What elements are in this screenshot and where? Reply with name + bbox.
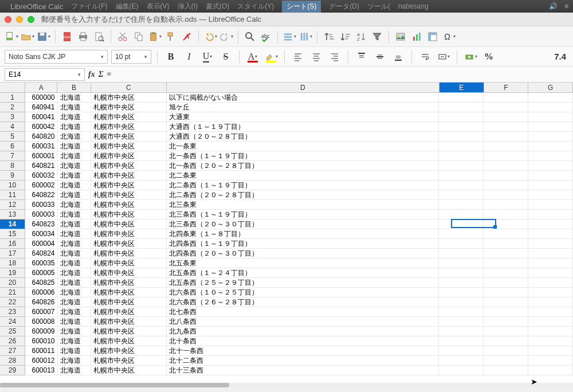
- cell[interactable]: 北海道: [58, 249, 91, 258]
- cell[interactable]: [484, 346, 528, 356]
- undo-button[interactable]: ▾: [203, 30, 217, 44]
- zoom-button[interactable]: [28, 16, 34, 23]
- font-color-button[interactable]: A▾: [245, 50, 260, 64]
- row-header[interactable]: 10: [0, 181, 25, 190]
- menu-view[interactable]: 表示(V): [147, 2, 170, 11]
- cell[interactable]: 北海道: [58, 112, 91, 122]
- cell[interactable]: 北海道: [58, 132, 91, 142]
- cell[interactable]: 札幌市中央区: [91, 278, 167, 288]
- cell[interactable]: 600006: [25, 288, 58, 297]
- cell[interactable]: [528, 366, 573, 375]
- cell[interactable]: 札幌市中央区: [91, 142, 167, 151]
- insert-image-button[interactable]: [394, 30, 407, 44]
- cell[interactable]: 札幌市中央区: [91, 307, 167, 317]
- menu-extra-icon[interactable]: ≡: [564, 2, 568, 10]
- close-button[interactable]: [5, 16, 11, 23]
- cell[interactable]: [528, 278, 573, 288]
- cell[interactable]: 600009: [25, 327, 58, 336]
- cell[interactable]: 600007: [25, 307, 58, 317]
- cell[interactable]: [484, 142, 528, 151]
- cell[interactable]: 640826: [25, 297, 58, 307]
- row-header[interactable]: 3: [0, 112, 25, 122]
- underline-button[interactable]: U▾: [200, 50, 215, 64]
- cell[interactable]: 札幌市中央区: [91, 356, 167, 366]
- cell[interactable]: 600041: [25, 112, 58, 122]
- row-header[interactable]: 22: [0, 297, 25, 307]
- row-header[interactable]: 28: [0, 356, 25, 366]
- cell[interactable]: 640941: [25, 103, 58, 112]
- paste-button[interactable]: ▾: [148, 30, 162, 44]
- strikethrough-button[interactable]: S: [218, 50, 233, 64]
- minimize-button[interactable]: [16, 16, 23, 23]
- highlight-color-button[interactable]: ▾: [264, 50, 278, 64]
- cell[interactable]: 札幌市中央区: [91, 171, 167, 181]
- cell[interactable]: 北海道: [58, 93, 91, 103]
- cell[interactable]: 北八条西: [167, 317, 439, 327]
- cell[interactable]: [439, 151, 484, 161]
- cell[interactable]: [528, 190, 573, 200]
- cell[interactable]: [528, 93, 573, 103]
- cell[interactable]: 札幌市中央区: [91, 366, 167, 375]
- cell[interactable]: 北海道: [58, 258, 91, 268]
- cell[interactable]: 600002: [25, 181, 58, 190]
- cell[interactable]: 北海道: [58, 288, 91, 297]
- cell[interactable]: [439, 336, 484, 346]
- cell[interactable]: [528, 171, 573, 181]
- row-header[interactable]: 11: [0, 190, 25, 200]
- row-header[interactable]: 24: [0, 317, 25, 327]
- cell[interactable]: [439, 181, 484, 190]
- redo-button[interactable]: ▾: [219, 30, 233, 44]
- save-button[interactable]: ▾: [37, 30, 50, 44]
- menu-user[interactable]: nabesang: [398, 2, 429, 10]
- cell[interactable]: [528, 356, 573, 366]
- cell[interactable]: [439, 210, 484, 219]
- cell[interactable]: 北一条西（１～１９丁目）: [167, 151, 439, 161]
- cell[interactable]: 600011: [25, 346, 58, 356]
- col-ops-button[interactable]: ▾: [299, 30, 312, 44]
- menu-sheet[interactable]: シート(S): [282, 1, 321, 13]
- row-header[interactable]: 20: [0, 278, 25, 288]
- cell[interactable]: 北三条西（１～１９丁目）: [167, 210, 439, 219]
- cell[interactable]: [439, 366, 484, 375]
- cell[interactable]: 北五条西（１～２４丁目）: [167, 268, 439, 278]
- horizontal-scrollbar[interactable]: [0, 383, 573, 387]
- cell[interactable]: [528, 249, 573, 258]
- cell[interactable]: 札幌市中央区: [91, 249, 167, 258]
- cell[interactable]: 札幌市中央区: [91, 151, 167, 161]
- cell[interactable]: 北海道: [58, 103, 91, 112]
- cell[interactable]: 北四条西（１～１９丁目）: [167, 239, 439, 249]
- cell[interactable]: [439, 112, 484, 122]
- cell[interactable]: [528, 346, 573, 356]
- cell[interactable]: 北海道: [58, 346, 91, 356]
- cell[interactable]: [528, 210, 573, 219]
- row-header[interactable]: 14: [0, 219, 25, 229]
- cell[interactable]: 北海道: [58, 151, 91, 161]
- cell[interactable]: 600005: [25, 268, 58, 278]
- cell[interactable]: 札幌市中央区: [91, 181, 167, 190]
- cell[interactable]: [528, 151, 573, 161]
- col-header-C[interactable]: C: [91, 83, 167, 92]
- cell[interactable]: 北五条東: [167, 258, 439, 268]
- cell[interactable]: [484, 122, 528, 132]
- cell[interactable]: 北十一条西: [167, 346, 439, 356]
- cell[interactable]: [439, 161, 484, 171]
- clear-format-button[interactable]: A: [180, 30, 194, 44]
- sum-button[interactable]: Σ: [99, 70, 104, 79]
- cell[interactable]: [439, 171, 484, 181]
- wrap-text-button[interactable]: [418, 50, 433, 64]
- spreadsheet-grid[interactable]: ABCDEFG 12345678910111213141516171819202…: [0, 83, 573, 387]
- cell[interactable]: 600033: [25, 200, 58, 210]
- cut-button[interactable]: [116, 30, 129, 44]
- cell[interactable]: [484, 366, 528, 375]
- row-header[interactable]: 13: [0, 210, 25, 219]
- open-button[interactable]: ▾: [21, 30, 34, 44]
- align-bottom-button[interactable]: [391, 50, 406, 64]
- cell[interactable]: [439, 239, 484, 249]
- cell[interactable]: 札幌市中央区: [91, 288, 167, 297]
- cell[interactable]: [528, 239, 573, 249]
- cell[interactable]: 札幌市中央区: [91, 210, 167, 219]
- cell[interactable]: 600013: [25, 366, 58, 375]
- cell[interactable]: [528, 112, 573, 122]
- col-header-G[interactable]: G: [528, 83, 573, 92]
- cells-area[interactable]: 600000北海道札幌市中央区以下に掲載がない場合640941北海道札幌市中央区…: [25, 93, 573, 375]
